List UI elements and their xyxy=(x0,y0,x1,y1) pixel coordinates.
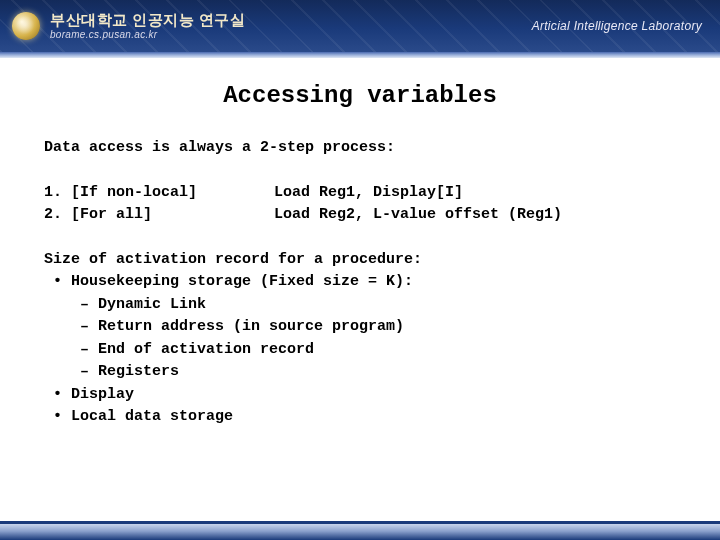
brand-text: 부산대학교 인공지능 연구실 borame.cs.pusan.ac.kr xyxy=(50,12,245,40)
bullet-label: Local data storage xyxy=(71,408,233,425)
step-action: Load Reg2, L-value offset (Reg1) xyxy=(274,204,676,227)
step-row: 2. [For all] Load Reg2, L-value offset (… xyxy=(44,204,676,227)
sub-bullet-label: Dynamic Link xyxy=(98,296,206,313)
intro-line: Data access is always a 2-step process: xyxy=(44,137,676,160)
step-row: 1. [If non-local] Load Reg1, Display[I] xyxy=(44,182,676,205)
slide-title: Accessing variables xyxy=(44,82,676,109)
header-bar: 부산대학교 인공지능 연구실 borame.cs.pusan.ac.kr Art… xyxy=(0,0,720,52)
section-title: Size of activation record for a procedur… xyxy=(44,249,676,272)
step-action: Load Reg1, Display[I] xyxy=(274,182,676,205)
steps: 1. [If non-local] Load Reg1, Display[I] … xyxy=(44,182,676,227)
bullet: • Display xyxy=(44,384,676,407)
brand-title: 부산대학교 인공지능 연구실 xyxy=(50,12,245,29)
slide: 부산대학교 인공지능 연구실 borame.cs.pusan.ac.kr Art… xyxy=(0,0,720,540)
sub-bullet: – Registers xyxy=(44,361,676,384)
bullet: • Housekeeping storage (Fixed size = K): xyxy=(44,271,676,294)
activation-record-section: Size of activation record for a procedur… xyxy=(44,249,676,429)
lab-name: Articial Intelligence Laboratory xyxy=(532,19,702,33)
step-num: 2. xyxy=(44,206,62,223)
content: Accessing variables Data access is alway… xyxy=(0,58,720,429)
sub-bullet: – Dynamic Link xyxy=(44,294,676,317)
footer-bar xyxy=(0,524,720,540)
bullet-label: Housekeeping storage (Fixed size = K): xyxy=(71,273,413,290)
sub-bullet-label: End of activation record xyxy=(98,341,314,358)
sub-bullet-label: Registers xyxy=(98,363,179,380)
brand-subtitle: borame.cs.pusan.ac.kr xyxy=(50,29,245,40)
step-cond: [For all] xyxy=(71,206,152,223)
step-num: 1. xyxy=(44,184,62,201)
bullet: • Local data storage xyxy=(44,406,676,429)
step-cond: [If non-local] xyxy=(71,184,197,201)
sub-bullet: – End of activation record xyxy=(44,339,676,362)
bullet-label: Display xyxy=(71,386,134,403)
sub-bullet: – Return address (in source program) xyxy=(44,316,676,339)
brand: 부산대학교 인공지능 연구실 borame.cs.pusan.ac.kr xyxy=(12,12,245,40)
sub-bullet-label: Return address (in source program) xyxy=(98,318,404,335)
university-seal-icon xyxy=(12,12,40,40)
